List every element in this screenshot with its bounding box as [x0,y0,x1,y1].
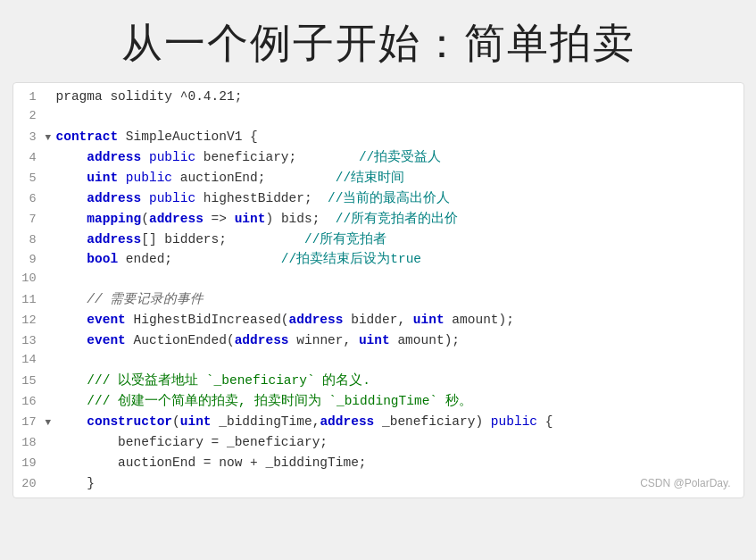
code-segment: address [87,150,141,164]
code-segment: //结束时间 [336,171,404,185]
code-segment: uint [235,212,266,226]
fold-arrow[interactable]: ▼ [46,130,54,146]
line-content: contract SimpleAuctionV1 { [54,127,744,146]
code-segment: address [149,212,204,226]
code-segment: => [204,212,235,226]
line-number: 6 [13,190,46,209]
line-number: 10 [13,270,46,288]
code-segment: amount); [444,313,514,327]
code-segment [141,150,149,164]
line-number: 13 [13,332,46,351]
line-number: 17 [13,414,46,432]
code-segment: winner, [289,333,359,347]
code-segment: address [235,333,289,347]
line-number: 18 [13,434,46,453]
table-row: 1pragma solidity ^0.4.21; [13,87,744,107]
table-row: 19 auctionEnd = now + _biddingTime; [13,453,744,473]
code-segment: bidder, [343,313,412,327]
code-segment: mapping [87,212,141,226]
line-content: mapping(address => uint) bids; //所有竞拍者的出… [54,209,744,229]
code-segment: address [320,414,374,429]
code-segment: HighestBidIncreased( [126,313,289,327]
code-segment [56,150,87,164]
code-segment: bool [87,252,118,266]
table-row: 12 event HighestBidIncreased(address bid… [13,310,744,330]
code-segment: ) bids; [265,212,335,226]
code-segment [56,394,87,408]
table-row: 9 bool ended; //拍卖结束后设为true [13,249,744,270]
table-row: 3▼contract SimpleAuctionV1 { [13,127,744,147]
code-segment: AuctionEnded( [126,333,235,347]
line-content: // 需要记录的事件 [54,289,744,309]
code-segment: constructor [87,414,172,429]
code-segment [118,171,126,185]
line-content: address public beneficiary; //拍卖受益人 [54,147,744,167]
code-segment: pragma solidity ^0.4.21; [56,89,243,104]
table-row: 16 /// 创建一个简单的拍卖, 拍卖时间为 `_biddingTime` 秒… [13,391,744,412]
code-segment: highestBidder; [195,191,328,205]
table-row: 15 /// 以受益者地址 `_beneficiary` 的名义. [13,371,744,391]
code-segment: address [87,232,141,247]
code-segment: public [149,191,195,205]
line-number: 15 [13,372,46,391]
line-content: beneficiary = _beneficiary; [54,432,744,452]
code-segment: [] bidders; [141,232,304,247]
line-number: 3 [13,129,46,147]
code-lines: 1pragma solidity ^0.4.21;23▼contract Sim… [13,87,744,494]
code-segment: ( [172,414,180,429]
line-number: 20 [13,475,46,494]
table-row: 13 event AuctionEnded(address winner, ui… [13,330,744,351]
line-content: event HighestBidIncreased(address bidder… [54,310,744,330]
line-content: constructor(uint _biddingTime,address _b… [54,412,744,431]
line-content: pragma solidity ^0.4.21; [54,87,744,106]
code-segment: _beneficiary) [374,414,491,429]
line-number: 2 [13,107,46,126]
code-segment: ended; [118,252,281,266]
table-row: 10 [13,270,744,289]
line-content: event AuctionEnded(address winner, uint … [54,330,744,350]
code-segment: /// 以受益者地址 `_beneficiary` 的名义. [87,373,370,388]
page-title: 从一个例子开始：简单拍卖 [121,20,636,66]
code-segment: // 需要记录的事件 [87,292,204,306]
line-number: 11 [13,291,46,310]
table-row: 5 uint public auctionEnd; //结束时间 [13,168,744,188]
line-number: 12 [13,312,46,330]
code-segment: { [537,414,552,429]
line-number: 7 [13,211,46,230]
code-segment [56,212,87,226]
table-row: 2 [13,107,744,127]
line-number: 4 [13,149,46,168]
code-segment: amount); [390,333,460,347]
code-segment [56,171,87,185]
table-row: 7 mapping(address => uint) bids; //所有竞拍者… [13,209,744,230]
line-number: 8 [13,231,46,250]
table-row: 14 [13,351,744,371]
table-row: 11 // 需要记录的事件 [13,289,744,310]
watermark: CSDN @PolarDay. [640,475,730,492]
code-segment: public [126,171,172,185]
code-segment: event [87,313,126,327]
table-row: 6 address public highestBidder; //当前的最高出… [13,188,744,209]
code-segment [56,191,87,205]
line-number: 16 [13,393,46,412]
code-segment [56,313,87,327]
code-segment: SimpleAuctionV1 { [118,130,258,144]
fold-arrow[interactable]: ▼ [46,415,54,430]
code-segment: auctionEnd; [172,171,336,185]
line-content: uint public auctionEnd; //结束时间 [54,168,744,188]
code-segment: public [491,414,537,429]
line-number: 1 [13,88,46,107]
table-row: 17▼ constructor(uint _biddingTime,addres… [13,412,744,432]
code-segment: uint [180,414,212,429]
line-content: /// 以受益者地址 `_beneficiary` 的名义. [54,371,744,390]
line-number: 5 [13,170,46,188]
line-number: 9 [13,251,46,270]
table-row: 20 } [13,473,744,494]
code-container: 1pragma solidity ^0.4.21;23▼contract Sim… [12,82,744,498]
code-segment: event [87,333,126,347]
line-number: 19 [13,455,46,473]
code-segment: contract [56,130,119,144]
table-row: 18 beneficiary = _beneficiary; [13,432,744,453]
code-segment: uint [359,333,390,347]
code-segment: _biddingTime, [212,414,320,429]
